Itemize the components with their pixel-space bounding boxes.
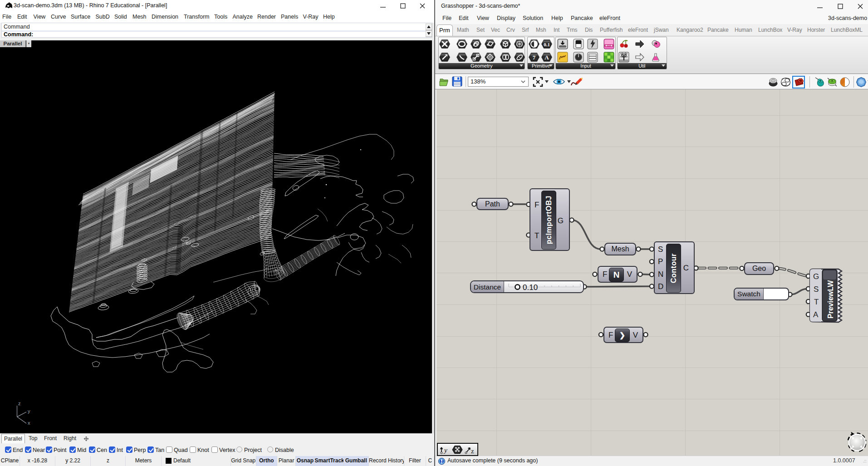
svg-text:S: S (814, 285, 819, 294)
svg-text:y: y (443, 446, 447, 454)
svg-text:z: z (471, 447, 474, 454)
svg-text:y: y (28, 408, 30, 414)
svg-text:A: A (813, 310, 819, 319)
svg-text:A: A (544, 54, 549, 61)
svg-text:7: 7 (533, 54, 536, 61)
svg-text:PreviewLW: PreviewLW (827, 280, 834, 319)
svg-text:x: x (28, 420, 30, 426)
svg-text:T: T (814, 298, 819, 306)
svg-text:z: z (18, 401, 21, 406)
svg-text:0.1: 0.1 (544, 42, 550, 47)
svg-text:0.10: 0.10 (523, 283, 538, 292)
svg-text:G: G (813, 272, 819, 281)
